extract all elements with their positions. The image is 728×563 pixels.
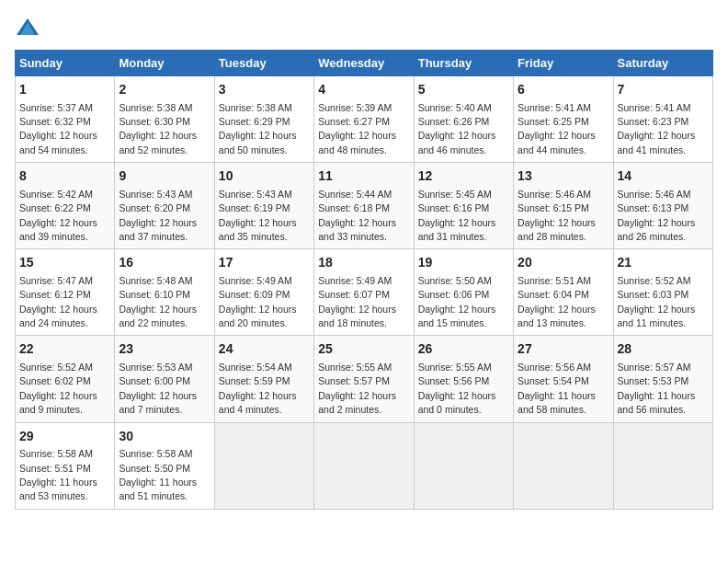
- day-info: Sunrise: 5:41 AMSunset: 6:23 PMDaylight:…: [618, 102, 696, 155]
- day-info: Sunrise: 5:39 AMSunset: 6:27 PMDaylight:…: [318, 102, 396, 155]
- day-info: Sunrise: 5:54 AMSunset: 5:59 PMDaylight:…: [219, 362, 297, 415]
- calendar-cell: 2 Sunrise: 5:38 AMSunset: 6:30 PMDayligh…: [115, 76, 214, 163]
- weekday-header: Thursday: [414, 51, 513, 76]
- day-info: Sunrise: 5:52 AMSunset: 6:02 PMDaylight:…: [19, 362, 97, 415]
- calendar-cell: 20 Sunrise: 5:51 AMSunset: 6:04 PMDaylig…: [514, 249, 613, 336]
- calendar-cell: 7 Sunrise: 5:41 AMSunset: 6:23 PMDayligh…: [613, 76, 712, 163]
- calendar-cell: 21 Sunrise: 5:52 AMSunset: 6:03 PMDaylig…: [613, 249, 712, 336]
- day-info: Sunrise: 5:41 AMSunset: 6:25 PMDaylight:…: [518, 102, 596, 155]
- day-info: Sunrise: 5:51 AMSunset: 6:04 PMDaylight:…: [518, 275, 596, 328]
- calendar-week-row: 8 Sunrise: 5:42 AMSunset: 6:22 PMDayligh…: [16, 163, 713, 249]
- calendar-cell: [314, 422, 414, 509]
- weekday-header: Tuesday: [214, 51, 313, 76]
- day-number: 28: [618, 340, 709, 359]
- day-info: Sunrise: 5:58 AMSunset: 5:51 PMDaylight:…: [19, 448, 97, 501]
- day-info: Sunrise: 5:38 AMSunset: 6:29 PMDaylight:…: [219, 102, 297, 155]
- day-number: 22: [19, 340, 110, 359]
- calendar-week-row: 1 Sunrise: 5:37 AMSunset: 6:32 PMDayligh…: [16, 76, 713, 163]
- day-number: 23: [119, 340, 210, 359]
- day-number: 13: [518, 167, 609, 186]
- day-info: Sunrise: 5:48 AMSunset: 6:10 PMDaylight:…: [119, 275, 197, 328]
- day-number: 21: [618, 254, 709, 272]
- calendar-cell: 17 Sunrise: 5:49 AMSunset: 6:09 PMDaylig…: [214, 249, 313, 336]
- day-info: Sunrise: 5:46 AMSunset: 6:15 PMDaylight:…: [518, 189, 596, 242]
- calendar-week-row: 22 Sunrise: 5:52 AMSunset: 6:02 PMDaylig…: [16, 336, 713, 422]
- day-number: 19: [418, 254, 509, 272]
- day-info: Sunrise: 5:47 AMSunset: 6:12 PMDaylight:…: [19, 275, 97, 328]
- calendar-cell: 28 Sunrise: 5:57 AMSunset: 5:53 PMDaylig…: [613, 336, 712, 422]
- calendar-cell: 5 Sunrise: 5:40 AMSunset: 6:26 PMDayligh…: [414, 76, 513, 163]
- day-number: 12: [418, 167, 509, 186]
- calendar-cell: 13 Sunrise: 5:46 AMSunset: 6:15 PMDaylig…: [514, 163, 613, 249]
- day-info: Sunrise: 5:49 AMSunset: 6:09 PMDaylight:…: [219, 275, 297, 328]
- calendar-cell: 9 Sunrise: 5:43 AMSunset: 6:20 PMDayligh…: [115, 163, 214, 249]
- calendar-cell: 16 Sunrise: 5:48 AMSunset: 6:10 PMDaylig…: [115, 249, 214, 336]
- calendar-header: SundayMondayTuesdayWednesdayThursdayFrid…: [16, 51, 713, 76]
- calendar-cell: 3 Sunrise: 5:38 AMSunset: 6:29 PMDayligh…: [214, 76, 313, 163]
- page-header: [15, 15, 713, 40]
- day-number: 29: [19, 428, 110, 446]
- day-number: 8: [19, 167, 110, 186]
- calendar-cell: 29 Sunrise: 5:58 AMSunset: 5:51 PMDaylig…: [16, 422, 115, 509]
- calendar-week-row: 15 Sunrise: 5:47 AMSunset: 6:12 PMDaylig…: [16, 249, 713, 336]
- logo-icon: [15, 15, 40, 40]
- day-info: Sunrise: 5:58 AMSunset: 5:50 PMDaylight:…: [119, 448, 197, 501]
- weekday-header: Sunday: [16, 51, 115, 76]
- day-number: 15: [19, 254, 110, 272]
- day-info: Sunrise: 5:38 AMSunset: 6:30 PMDaylight:…: [119, 102, 197, 155]
- calendar-cell: [613, 422, 712, 509]
- calendar-cell: 23 Sunrise: 5:53 AMSunset: 6:00 PMDaylig…: [115, 336, 214, 422]
- weekday-header: Monday: [115, 51, 214, 76]
- day-number: 14: [618, 167, 709, 186]
- day-info: Sunrise: 5:55 AMSunset: 5:57 PMDaylight:…: [318, 362, 396, 415]
- day-number: 25: [318, 340, 409, 359]
- day-number: 11: [318, 167, 409, 186]
- day-number: 16: [119, 254, 210, 272]
- day-info: Sunrise: 5:43 AMSunset: 6:19 PMDaylight:…: [219, 189, 297, 242]
- calendar-cell: 30 Sunrise: 5:58 AMSunset: 5:50 PMDaylig…: [115, 422, 214, 509]
- calendar-cell: 26 Sunrise: 5:55 AMSunset: 5:56 PMDaylig…: [414, 336, 513, 422]
- day-info: Sunrise: 5:37 AMSunset: 6:32 PMDaylight:…: [19, 102, 97, 155]
- day-number: 26: [418, 340, 509, 359]
- calendar-cell: 14 Sunrise: 5:46 AMSunset: 6:13 PMDaylig…: [613, 163, 712, 249]
- day-info: Sunrise: 5:44 AMSunset: 6:18 PMDaylight:…: [318, 189, 396, 242]
- day-info: Sunrise: 5:55 AMSunset: 5:56 PMDaylight:…: [418, 362, 496, 415]
- day-info: Sunrise: 5:56 AMSunset: 5:54 PMDaylight:…: [518, 362, 596, 415]
- day-info: Sunrise: 5:45 AMSunset: 6:16 PMDaylight:…: [418, 189, 496, 242]
- calendar-cell: 8 Sunrise: 5:42 AMSunset: 6:22 PMDayligh…: [16, 163, 115, 249]
- calendar-cell: 24 Sunrise: 5:54 AMSunset: 5:59 PMDaylig…: [214, 336, 313, 422]
- day-info: Sunrise: 5:52 AMSunset: 6:03 PMDaylight:…: [618, 275, 696, 328]
- calendar-week-row: 29 Sunrise: 5:58 AMSunset: 5:51 PMDaylig…: [16, 422, 713, 509]
- day-number: 10: [219, 167, 310, 186]
- day-info: Sunrise: 5:40 AMSunset: 6:26 PMDaylight:…: [418, 102, 496, 155]
- day-info: Sunrise: 5:49 AMSunset: 6:07 PMDaylight:…: [318, 275, 396, 328]
- day-number: 2: [119, 81, 210, 99]
- day-number: 5: [418, 81, 509, 99]
- calendar-cell: 1 Sunrise: 5:37 AMSunset: 6:32 PMDayligh…: [16, 76, 115, 163]
- calendar-cell: 4 Sunrise: 5:39 AMSunset: 6:27 PMDayligh…: [314, 76, 414, 163]
- calendar-cell: 15 Sunrise: 5:47 AMSunset: 6:12 PMDaylig…: [16, 249, 115, 336]
- day-number: 17: [219, 254, 310, 272]
- day-info: Sunrise: 5:57 AMSunset: 5:53 PMDaylight:…: [618, 362, 696, 415]
- day-info: Sunrise: 5:46 AMSunset: 6:13 PMDaylight:…: [618, 189, 696, 242]
- calendar-cell: 18 Sunrise: 5:49 AMSunset: 6:07 PMDaylig…: [314, 249, 414, 336]
- calendar-cell: 25 Sunrise: 5:55 AMSunset: 5:57 PMDaylig…: [314, 336, 414, 422]
- day-number: 3: [219, 81, 310, 99]
- calendar-cell: [414, 422, 513, 509]
- calendar-cell: [514, 422, 613, 509]
- day-info: Sunrise: 5:50 AMSunset: 6:06 PMDaylight:…: [418, 275, 496, 328]
- calendar-cell: 12 Sunrise: 5:45 AMSunset: 6:16 PMDaylig…: [414, 163, 513, 249]
- day-number: 18: [318, 254, 409, 272]
- day-number: 7: [618, 81, 709, 99]
- calendar-cell: [214, 422, 313, 509]
- logo: [15, 15, 44, 40]
- day-info: Sunrise: 5:53 AMSunset: 6:00 PMDaylight:…: [119, 362, 197, 415]
- calendar-cell: 6 Sunrise: 5:41 AMSunset: 6:25 PMDayligh…: [514, 76, 613, 163]
- calendar-body: 1 Sunrise: 5:37 AMSunset: 6:32 PMDayligh…: [16, 76, 713, 510]
- calendar-cell: 22 Sunrise: 5:52 AMSunset: 6:02 PMDaylig…: [16, 336, 115, 422]
- day-number: 30: [119, 428, 210, 446]
- weekday-header: Friday: [514, 51, 613, 76]
- calendar-cell: 10 Sunrise: 5:43 AMSunset: 6:19 PMDaylig…: [214, 163, 313, 249]
- calendar-cell: 11 Sunrise: 5:44 AMSunset: 6:18 PMDaylig…: [314, 163, 414, 249]
- calendar-cell: 27 Sunrise: 5:56 AMSunset: 5:54 PMDaylig…: [514, 336, 613, 422]
